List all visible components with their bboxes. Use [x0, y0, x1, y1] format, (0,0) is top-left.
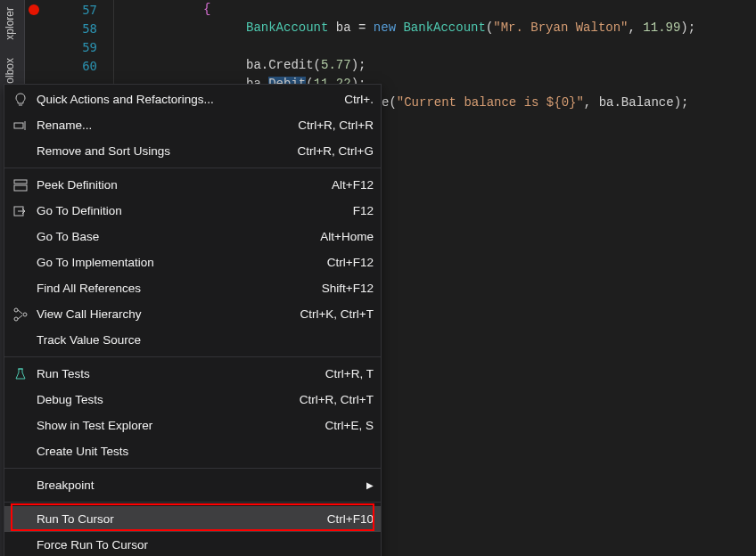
- rename-icon: [10, 117, 31, 135]
- menu-separator: [4, 502, 381, 503]
- context-menu: Quick Actions and Refactorings...Ctrl+.R…: [4, 84, 382, 556]
- svg-point-5: [14, 308, 18, 312]
- line-number: 58: [43, 21, 113, 36]
- menu-item-peek-definition[interactable]: Peek DefinitionAlt+F12: [4, 172, 381, 198]
- menu-item-go-to-base[interactable]: Go To BaseAlt+Home: [4, 224, 381, 249]
- blank-icon: [10, 391, 31, 409]
- menu-shortcut: Ctrl+F12: [327, 256, 374, 269]
- code-keyword: new: [374, 20, 396, 35]
- lightbulb-icon: [10, 91, 31, 109]
- menu-shortcut: Ctrl+K, Ctrl+T: [300, 307, 374, 321]
- svg-rect-3: [14, 185, 27, 191]
- code-string: "Mr. Bryan Walton": [493, 20, 628, 35]
- menu-item-rename[interactable]: Rename...Ctrl+R, Ctrl+R: [4, 112, 381, 138]
- menu-label: Debug Tests: [37, 393, 282, 406]
- menu-item-view-call-hierarchy[interactable]: View Call HierarchyCtrl+K, Ctrl+T: [4, 301, 381, 327]
- menu-label: Create Unit Tests: [37, 445, 374, 458]
- menu-item-debug-tests[interactable]: Debug TestsCtrl+R, Ctrl+T: [4, 387, 381, 413]
- blank-icon: [10, 280, 31, 298]
- menu-shortcut: Ctrl+.: [344, 93, 374, 106]
- code-string: "Current balance is ${0}": [397, 95, 584, 110]
- blank-icon: [10, 143, 31, 160]
- menu-label: Go To Base: [37, 230, 302, 243]
- menu-label: Go To Implementation: [37, 256, 309, 269]
- peek-icon: [10, 176, 31, 194]
- menu-label: Go To Definition: [37, 204, 335, 217]
- menu-shortcut: Alt+F12: [332, 178, 374, 192]
- menu-item-breakpoint[interactable]: Breakpoint▶: [4, 472, 381, 498]
- line-number: 60: [43, 59, 113, 73]
- blank-icon: [10, 536, 31, 554]
- flask-icon: [10, 365, 31, 383]
- menu-label: Force Run To Cursor: [37, 538, 374, 552]
- menu-shortcut: F12: [353, 204, 374, 217]
- blank-icon: [10, 228, 31, 246]
- menu-label: Peek Definition: [37, 178, 314, 192]
- breakpoint-marker[interactable]: [25, 4, 43, 15]
- menu-shortcut: Ctrl+R, T: [325, 367, 374, 380]
- svg-point-7: [23, 313, 27, 316]
- menu-label: Quick Actions and Refactorings...: [37, 93, 326, 106]
- breakpoint-dot-icon: [29, 4, 39, 15]
- menu-item-track-value-source[interactable]: Track Value Source: [4, 327, 381, 353]
- code-text: ba.Credit(: [246, 58, 321, 72]
- menu-item-show-in-test-explorer[interactable]: Show in Test ExplorerCtrl+E, S: [4, 413, 381, 438]
- svg-rect-0: [14, 123, 23, 128]
- goto-icon: [10, 202, 31, 220]
- menu-shortcut: Shift+F12: [322, 282, 374, 295]
- menu-item-force-run-to-cursor[interactable]: Force Run To Cursor: [4, 532, 381, 556]
- code-text: );: [351, 58, 366, 72]
- menu-item-run-to-cursor[interactable]: Run To CursorCtrl+F10: [4, 506, 381, 532]
- menu-shortcut: Ctrl+R, Ctrl+R: [298, 119, 374, 132]
- blank-icon: [10, 331, 31, 349]
- sidebar-tab-explorer[interactable]: xplorer: [0, 0, 20, 47]
- menu-item-run-tests[interactable]: Run TestsCtrl+R, T: [4, 361, 381, 387]
- menu-shortcut: Ctrl+R, Ctrl+G: [297, 144, 374, 158]
- svg-point-6: [14, 317, 18, 321]
- code-text: , ba.Balance);: [584, 95, 689, 110]
- menu-shortcut: Alt+Home: [320, 230, 374, 243]
- code-type: BankAccount: [246, 20, 328, 35]
- menu-label: Run To Cursor: [37, 512, 309, 526]
- menu-label: Find All References: [37, 282, 304, 295]
- line-number: 59: [43, 40, 113, 54]
- menu-item-go-to-definition[interactable]: Go To DefinitionF12: [4, 198, 381, 224]
- menu-shortcut: Ctrl+F10: [327, 512, 374, 526]
- blank-icon: [10, 254, 31, 272]
- line-number: 57: [43, 3, 113, 17]
- code-text: ba =: [328, 20, 373, 35]
- blank-icon: [10, 511, 31, 528]
- code-brace: {: [203, 2, 210, 16]
- menu-separator: [4, 168, 381, 168]
- code-text: );: [680, 20, 695, 35]
- code-type: BankAccount: [396, 20, 486, 35]
- menu-label: Track Value Source: [37, 333, 374, 347]
- menu-item-quick-actions-and-refactorings[interactable]: Quick Actions and Refactorings...Ctrl+.: [4, 86, 381, 112]
- menu-label: Run Tests: [37, 367, 308, 380]
- code-number: 5.77: [321, 58, 351, 72]
- menu-label: Show in Test Explorer: [37, 419, 308, 432]
- menu-item-remove-and-sort-usings[interactable]: Remove and Sort UsingsCtrl+R, Ctrl+G: [4, 138, 381, 164]
- svg-rect-2: [14, 180, 27, 184]
- menu-shortcut: Ctrl+E, S: [325, 419, 374, 432]
- menu-label: Rename...: [37, 119, 280, 132]
- menu-label: View Call Hierarchy: [37, 307, 282, 321]
- menu-item-create-unit-tests[interactable]: Create Unit Tests: [4, 438, 381, 464]
- code-area[interactable]: { BankAccount ba = new BankAccount("Mr. …: [132, 0, 756, 94]
- hierarchy-icon: [10, 306, 31, 323]
- code-number: 11.99: [643, 20, 680, 35]
- menu-separator: [4, 356, 381, 357]
- menu-label: Remove and Sort Usings: [37, 144, 279, 158]
- blank-icon: [10, 477, 31, 495]
- menu-item-go-to-implementation[interactable]: Go To ImplementationCtrl+F12: [4, 249, 381, 275]
- submenu-arrow-icon: ▶: [366, 480, 374, 490]
- menu-shortcut: Ctrl+R, Ctrl+T: [300, 393, 374, 406]
- blank-icon: [10, 417, 31, 435]
- code-text: ,: [629, 20, 644, 35]
- menu-separator: [4, 468, 381, 469]
- code-text: e(: [382, 95, 397, 110]
- menu-label: Breakpoint: [37, 478, 349, 492]
- menu-item-find-all-references[interactable]: Find All ReferencesShift+F12: [4, 275, 381, 301]
- blank-icon: [10, 443, 31, 461]
